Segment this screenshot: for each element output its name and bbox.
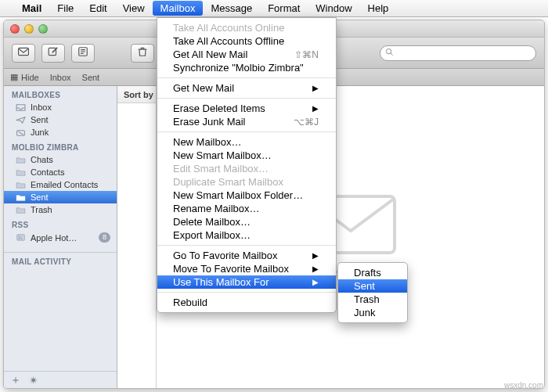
sidebar-item-contacts[interactable]: Contacts <box>4 166 117 178</box>
menu-item-new-smart-mailbox[interactable]: New Smart Mailbox… <box>157 149 336 162</box>
menu-separator <box>157 131 336 132</box>
submenu-item-drafts[interactable]: Drafts <box>338 266 407 279</box>
unread-badge: 8 <box>99 232 110 243</box>
menu-item-duplicate-smart-mailbox: Duplicate Smart Mailbox <box>157 175 336 189</box>
mac-menubar: Mail File Edit View Mailbox Message Form… <box>0 0 548 17</box>
watermark: wsxdn.com <box>504 381 543 390</box>
minimize-window-icon[interactable] <box>24 24 34 34</box>
favbar-sent[interactable]: Sent <box>82 73 100 82</box>
get-mail-button[interactable] <box>12 44 35 63</box>
submenu-item-junk[interactable]: Junk <box>338 306 407 319</box>
shortcut: ⇧⌘N <box>271 49 319 60</box>
menu-item-get-new-mail[interactable]: Get New Mail▶ <box>157 81 336 95</box>
delete-button[interactable] <box>131 44 154 63</box>
menubar-app[interactable]: Mail <box>14 1 49 16</box>
sidebar-item-junk[interactable]: Junk <box>4 126 117 138</box>
menu-item-move-to-favorite-mailbox[interactable]: Move To Favorite Mailbox▶ <box>157 262 336 275</box>
menubar-edit[interactable]: Edit <box>81 1 114 16</box>
favbar-inbox[interactable]: Inbox <box>50 73 71 82</box>
menu-item-delete-mailbox[interactable]: Delete Mailbox… <box>157 215 336 228</box>
menu-item-erase-junk-mail[interactable]: Erase Junk Mail⌥⌘J <box>157 115 336 128</box>
submenu-arrow-icon: ▶ <box>289 264 319 273</box>
menu-separator <box>157 98 336 99</box>
menu-item-go-to-favorite-mailbox[interactable]: Go To Favorite Mailbox▶ <box>157 249 336 262</box>
menu-item-rename-mailbox[interactable]: Rename Mailbox… <box>157 202 336 215</box>
search-icon <box>385 48 394 58</box>
menubar-window[interactable]: Window <box>308 1 359 16</box>
junk-icon <box>15 128 26 137</box>
zoom-window-icon[interactable] <box>38 24 48 34</box>
sidebar-section-account: MOLBIO ZIMBRA <box>4 138 117 153</box>
submenu-arrow-icon: ▶ <box>289 104 319 113</box>
submenu-arrow-icon: ▶ <box>289 251 319 260</box>
add-button[interactable]: ＋ <box>10 373 21 387</box>
menu-separator <box>157 245 336 246</box>
sidebar-item-rss-apple[interactable]: Apple Hot… 8 <box>4 231 117 244</box>
svg-rect-0 <box>19 48 29 55</box>
menu-item-get-all-new-mail[interactable]: Get All New Mail⇧⌘N <box>157 48 336 61</box>
sidebar-section-rss: RSS <box>4 216 117 231</box>
trash-icon <box>137 46 148 59</box>
action-button[interactable]: ✴︎ <box>29 374 38 387</box>
sidebar-item-chats[interactable]: Chats <box>4 153 117 166</box>
menu-item-take-all-accounts-online: Take All Accounts Online <box>157 21 336 34</box>
svg-point-6 <box>386 49 391 53</box>
menu-separator <box>157 77 336 78</box>
envelope-icon <box>18 46 29 59</box>
menu-item-export-mailbox[interactable]: Export Mailbox… <box>157 228 336 242</box>
inbox-icon <box>15 102 26 112</box>
menu-item-edit-smart-mailbox: Edit Smart Mailbox… <box>157 162 336 175</box>
svg-line-7 <box>391 53 393 56</box>
search-input[interactable] <box>397 48 531 59</box>
folder-icon <box>15 205 26 214</box>
menubar-message[interactable]: Message <box>203 1 260 16</box>
menu-item-synchronize-molbio-zimbra[interactable]: Synchronize "Molbio Zimbra" <box>157 61 336 74</box>
hide-sidebar-button[interactable]: ▦ Hide <box>10 72 39 82</box>
disclosure-icon: ▦ <box>10 72 18 82</box>
sidebar-item-emailed-contacts[interactable]: Emailed Contacts <box>4 178 117 191</box>
note-icon <box>78 46 88 59</box>
submenu-item-trash[interactable]: Trash <box>338 293 407 306</box>
menubar-format[interactable]: Format <box>260 1 308 16</box>
window-controls <box>10 24 48 34</box>
menu-item-erase-deleted-items[interactable]: Erase Deleted Items▶ <box>157 102 336 115</box>
sort-header[interactable]: Sort by Da <box>117 86 156 103</box>
submenu-arrow-icon: ▶ <box>289 278 319 286</box>
close-window-icon[interactable] <box>10 24 20 34</box>
sidebar: MAILBOXES Inbox Sent Junk MOLBIO ZIMBRA … <box>4 86 117 388</box>
folder-icon <box>15 155 26 164</box>
menu-item-use-this-mailbox-for[interactable]: Use This Mailbox For▶ <box>157 275 336 289</box>
mailbox-menu: Take All Accounts OnlineTake All Account… <box>157 17 337 313</box>
use-this-mailbox-for-submenu: DraftsSentTrashJunk <box>337 262 408 323</box>
message-list: Sort by Da <box>117 86 157 388</box>
sidebar-item-account-sent[interactable]: Sent <box>4 191 117 203</box>
svg-line-9 <box>18 131 23 134</box>
menubar-file[interactable]: File <box>49 1 81 16</box>
menu-item-take-all-accounts-offline[interactable]: Take All Accounts Offline <box>157 34 336 48</box>
menu-item-new-smart-mailbox-folder[interactable]: New Smart Mailbox Folder… <box>157 189 336 202</box>
sidebar-footer: ＋ ✴︎ <box>4 371 117 388</box>
sidebar-item-inbox[interactable]: Inbox <box>4 101 117 113</box>
sidebar-section-activity: MAIL ACTIVITY <box>4 253 117 268</box>
folder-icon <box>15 167 26 177</box>
shortcut: ⌥⌘J <box>270 117 319 128</box>
menubar-mailbox[interactable]: Mailbox <box>153 1 204 16</box>
submenu-arrow-icon: ▶ <box>289 84 319 92</box>
rss-icon <box>15 233 26 243</box>
menubar-view[interactable]: View <box>115 1 153 16</box>
menu-item-new-mailbox[interactable]: New Mailbox… <box>157 135 336 149</box>
note-button[interactable] <box>71 44 95 63</box>
folder-icon <box>15 192 26 202</box>
compose-button[interactable] <box>41 44 65 63</box>
menu-item-rebuild[interactable]: Rebuild <box>157 296 336 309</box>
svg-point-11 <box>18 238 20 239</box>
compose-icon <box>48 46 59 59</box>
sent-icon <box>15 115 26 124</box>
menubar-help[interactable]: Help <box>360 1 397 16</box>
sidebar-item-sent[interactable]: Sent <box>4 113 117 126</box>
sidebar-section-mailboxes: MAILBOXES <box>4 86 117 101</box>
submenu-item-sent[interactable]: Sent <box>338 279 407 293</box>
menu-separator <box>157 292 336 293</box>
search-field[interactable] <box>380 45 536 61</box>
sidebar-item-trash[interactable]: Trash <box>4 203 117 216</box>
